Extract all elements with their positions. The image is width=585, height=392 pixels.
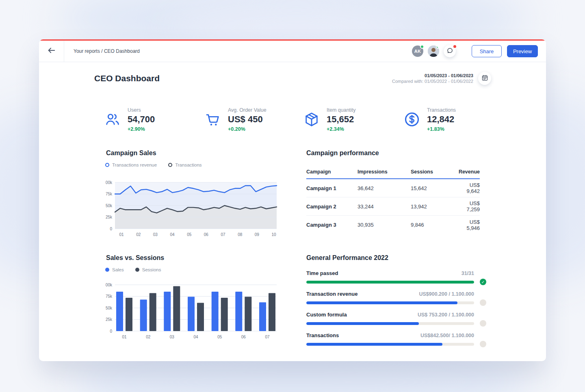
legend-sessions[interactable]: Sessions [135, 267, 161, 272]
notification-dot [453, 44, 457, 49]
kpi-avg-order-value: Avg. Order Value US$ 450 +0.20% [205, 107, 266, 132]
cart-icon [205, 111, 221, 128]
svg-text:100k: 100k [106, 283, 113, 287]
package-icon [303, 111, 320, 128]
date-compared: Compared with: 01/05/2022 - 01/06/2022 [392, 79, 473, 84]
progress-row-custom-formula: Custom formula US$ 753.200 / 1.100.000 [306, 312, 488, 327]
kpi-delta: +2.90% [128, 126, 155, 132]
avatar-initials: AK [414, 49, 421, 54]
empty-circle-icon [480, 320, 486, 327]
campaign-sales-legend: Transactions revenue Transactions [105, 162, 202, 167]
date-range: 01/05/2023 - 01/06/2023 [392, 73, 473, 78]
calendar-icon [481, 74, 488, 83]
page-title: CEO Dashboard [94, 74, 160, 83]
legend-transactions-revenue[interactable]: Transactions revenue [105, 162, 157, 167]
progress-track [306, 301, 474, 304]
kpi-transactions: Transactions 12,842 +1.83% [404, 107, 456, 132]
kpi-label: Users [128, 107, 155, 113]
kpi-value: US$ 450 [228, 114, 266, 125]
users-icon [104, 111, 121, 128]
kpi-label: Item quantity [327, 107, 356, 113]
legend-sales[interactable]: Sales [105, 267, 124, 272]
svg-text:06: 06 [241, 335, 246, 339]
progress-fill [306, 301, 457, 304]
svg-text:10: 10 [271, 232, 276, 237]
back-button[interactable] [39, 41, 64, 62]
svg-text:08: 08 [238, 232, 243, 237]
svg-text:06: 06 [204, 232, 209, 237]
legend-transactions[interactable]: Transactions [168, 162, 202, 167]
empty-circle-icon [480, 341, 486, 347]
legend-ring-icon [105, 163, 109, 167]
legend-dot-icon [135, 268, 139, 272]
svg-text:50k: 50k [106, 204, 113, 208]
kpi-delta: +2.34% [327, 126, 356, 132]
campaign-performance-title: Campaign performance [306, 149, 379, 157]
dashboard-card: Your reports / CEO Dashboard AK Share Pr… [39, 39, 546, 361]
svg-text:25k: 25k [106, 317, 113, 322]
progress-fill [306, 322, 419, 325]
kpi-delta: +1.83% [427, 126, 456, 132]
comments-button[interactable] [444, 45, 456, 57]
svg-text:01: 01 [119, 232, 124, 237]
kpi-label: Avg. Order Value [228, 107, 266, 113]
svg-text:50k: 50k [106, 306, 113, 310]
kpi-delta: +0.20% [228, 126, 266, 132]
progress-row-transactions: Transactions US$842.500/ 1.100.000 [306, 332, 488, 347]
table-header-row: Campaign Impressions Sessions Revenue [306, 165, 480, 179]
svg-text:07: 07 [265, 335, 270, 339]
svg-text:0: 0 [110, 329, 112, 334]
share-button[interactable]: Share [472, 45, 502, 57]
progress-fill [306, 343, 442, 346]
svg-text:75k: 75k [106, 294, 113, 299]
online-dot [420, 45, 424, 49]
kpi-value: 15,652 [327, 114, 356, 125]
svg-text:75k: 75k [106, 192, 113, 196]
breadcrumb[interactable]: Your reports / CEO Dashboard [74, 48, 140, 54]
progress-track [306, 281, 474, 284]
table-row: Campaign 1 36,642 15,642 US$ 9,642 [306, 179, 480, 197]
svg-text:0: 0 [110, 227, 112, 231]
sales-vs-sessions-title: Sales vs. Sessions [106, 254, 164, 262]
svg-text:01: 01 [122, 335, 127, 339]
svg-text:02: 02 [146, 335, 151, 339]
campaign-sales-chart: 100k75k50k25k001020304050607080910 [106, 178, 280, 238]
legend-dot-icon [105, 268, 109, 272]
svg-text:03: 03 [170, 335, 175, 339]
progress-fill [306, 281, 474, 284]
date-picker-button[interactable] [478, 72, 491, 85]
svg-text:25k: 25k [106, 215, 113, 219]
svg-text:04: 04 [170, 232, 175, 237]
table-row: Campaign 2 33,244 13,942 US$ 7,259 [306, 197, 480, 216]
kpi-label: Transactions [427, 107, 456, 113]
kpi-item-quantity: Item quantity 15,652 +2.34% [303, 107, 356, 132]
preview-button[interactable]: Preview [507, 45, 538, 57]
kpi-value: 12,842 [427, 114, 456, 125]
table-row: Campaign 3 30,935 9,846 US$ 5,946 [306, 216, 480, 234]
progress-row-time-passed: Time passed 31/31 ✓ [306, 270, 488, 285]
kpi-value: 54,700 [128, 114, 155, 125]
progress-row-transaction-revenue: Transaction revenue US$900.200 / 1.100.0… [306, 291, 488, 306]
avatar-photo[interactable] [428, 45, 439, 57]
chat-bubble-icon [446, 47, 453, 56]
avatar-ak[interactable]: AK [412, 45, 423, 57]
date-range-block: 01/05/2023 - 01/06/2023 Compared with: 0… [392, 72, 491, 85]
empty-circle-icon [480, 299, 486, 306]
sales-vs-sessions-chart: 100k75k50k25k001020304050607 [106, 280, 280, 341]
check-circle-icon: ✓ [480, 279, 486, 285]
progress-track [306, 343, 474, 346]
sales-vs-sessions-legend: Sales Sessions [105, 267, 161, 272]
svg-text:05: 05 [217, 335, 222, 339]
general-performance-list: Time passed 31/31 ✓ Transaction revenue … [306, 270, 488, 353]
campaign-performance-table: Campaign Impressions Sessions Revenue Ca… [306, 165, 480, 234]
arrow-left-icon [47, 46, 56, 56]
svg-text:04: 04 [193, 335, 198, 339]
kpi-users: Users 54,700 +2.90% [104, 107, 155, 132]
legend-ring-icon [168, 163, 172, 167]
dollar-icon [404, 111, 420, 128]
topbar: Your reports / CEO Dashboard AK Share Pr… [39, 41, 546, 62]
svg-text:02: 02 [136, 232, 141, 237]
svg-text:03: 03 [153, 232, 158, 237]
progress-track [306, 322, 474, 325]
svg-text:05: 05 [187, 232, 192, 237]
